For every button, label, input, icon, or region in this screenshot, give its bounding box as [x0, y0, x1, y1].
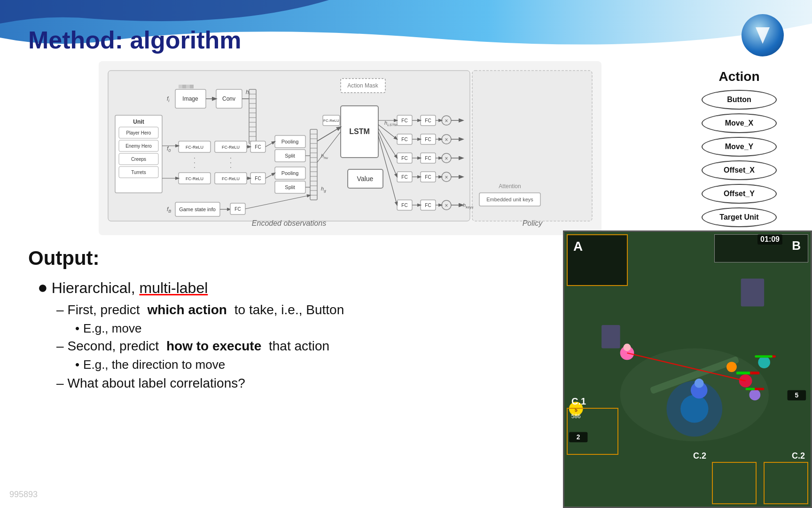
svg-text:Game state info: Game state info [179, 206, 216, 212]
sub-sub-item-1: E.g., move [75, 321, 414, 336]
svg-text:FC: FC [425, 137, 431, 142]
output-section: Output: ● Hierarchical, multi-label Firs… [28, 247, 414, 391]
svg-text:Action Mask: Action Mask [347, 82, 378, 89]
svg-rect-16 [179, 85, 182, 88]
svg-text:FC-ReLU: FC-ReLU [186, 145, 203, 150]
svg-text:Split: Split [285, 184, 295, 190]
svg-text:Image: Image [182, 95, 198, 102]
svg-text:×: × [445, 118, 448, 124]
panel-c1-label: C.1 [571, 396, 586, 407]
svg-text:Turrets: Turrets [131, 170, 146, 175]
watermark: 995893 [9, 490, 38, 500]
svg-rect-167 [601, 325, 620, 348]
diagram-container: Encoded observations Policy Unit Player … [99, 61, 601, 235]
svg-text:×: × [445, 155, 448, 162]
output-button: Button [702, 90, 777, 110]
svg-text:×: × [445, 174, 448, 181]
svg-text:FC: FC [425, 203, 431, 208]
svg-text:FC: FC [255, 144, 261, 150]
svg-point-174 [749, 389, 760, 401]
output-move-y: Move_Y [702, 137, 777, 157]
svg-rect-183 [755, 355, 773, 357]
sub-sub-text-2: E.g., the direction to move [83, 357, 225, 372]
svg-text:·: · [194, 163, 195, 171]
panel-c3 [712, 462, 757, 504]
svg-text:FC: FC [401, 137, 407, 142]
svg-text:Unit: Unit [133, 119, 144, 125]
label-correlation-item: What about label correlations? [56, 376, 414, 391]
svg-text:Creeps: Creeps [131, 157, 146, 162]
svg-text:Value: Value [357, 175, 374, 183]
svg-point-170 [624, 344, 631, 351]
svg-point-172 [695, 379, 704, 388]
svg-point-176 [726, 362, 737, 372]
bullet-main-1: ● Hierarchical, multi-label [38, 279, 414, 297]
action-section: Action Button Move_X Move_Y Offset_X Off… [695, 61, 784, 235]
svg-rect-179 [736, 372, 750, 374]
svg-text:·: · [230, 163, 232, 171]
svg-point-166 [680, 395, 708, 422]
svg-rect-168 [741, 278, 764, 306]
svg-text:Encoded observations: Encoded observations [252, 219, 326, 227]
output-offset-y: Offset_Y [702, 184, 777, 204]
svg-text:LSTM: LSTM [349, 127, 370, 135]
svg-text:×: × [445, 136, 448, 143]
svg-text:Player Hero: Player Hero [126, 130, 151, 135]
svg-text:FC: FC [401, 118, 407, 123]
panel-c3-label: C.2 [693, 451, 706, 461]
output-title: Output: [28, 247, 414, 270]
sub-item-2: Second, predict how to execute that acti… [56, 339, 414, 354]
logo-circle [742, 14, 784, 56]
svg-text:FC: FC [425, 156, 431, 161]
svg-text:FC: FC [401, 203, 407, 208]
bullet-dot: ● [38, 279, 48, 296]
panel-c1 [567, 408, 618, 455]
action-label: Action [718, 69, 759, 84]
svg-text:FC-ReLU: FC-ReLU [222, 176, 240, 181]
svg-text:Split: Split [285, 153, 295, 159]
svg-point-175 [758, 356, 770, 368]
svg-point-173 [739, 374, 752, 388]
algorithm-diagram: Encoded observations Policy Unit Player … [106, 68, 594, 228]
svg-text:Pooling: Pooling [281, 139, 299, 144]
svg-text:×: × [445, 202, 448, 209]
panel-a: A [567, 234, 628, 286]
output-target-unit: Target Unit [702, 207, 777, 227]
slide-title: Method: algorithm [28, 26, 242, 54]
svg-text:Conv: Conv [222, 95, 235, 102]
svg-rect-18 [186, 85, 190, 88]
svg-rect-19 [190, 85, 194, 88]
sub-item-1: First, predict which action to take, i.e… [56, 302, 414, 318]
svg-text:FC-ReLU: FC-ReLU [186, 176, 203, 181]
svg-text:Enemy Hero: Enemy Hero [125, 143, 152, 149]
svg-rect-17 [182, 85, 186, 88]
svg-rect-181 [746, 388, 755, 390]
panel-a-label: A [573, 239, 583, 254]
svg-text:FC-ReLU: FC-ReLU [222, 145, 240, 150]
svg-text:Policy: Policy [523, 219, 543, 227]
game-timer: 01:09 [757, 234, 782, 245]
svg-text:FC-ReLU: FC-ReLU [323, 119, 339, 123]
label-corr-text: What about label correlations? [68, 376, 245, 391]
game-screenshot: 5 2 $ 586 A B C.1 C.2 C.2 01:09 [563, 230, 812, 508]
sub-sub-item-2: E.g., the direction to move [75, 357, 414, 372]
bullet-text-1: Hierarchical, multi-label [52, 279, 208, 297]
svg-text:FC: FC [425, 175, 431, 180]
svg-text:FC: FC [234, 206, 241, 212]
svg-text:5: 5 [795, 391, 798, 399]
output-move-x: Move_X [702, 113, 777, 133]
svg-text:Embedded unit keys: Embedded unit keys [486, 197, 533, 202]
game-inner: 5 2 $ 586 A B C.1 C.2 C.2 01:09 [564, 232, 811, 507]
panel-c2-label: C.2 [792, 451, 805, 461]
panel-b-label: B [792, 238, 801, 253]
svg-text:FC: FC [255, 176, 261, 181]
svg-text:FC: FC [401, 175, 407, 180]
output-offset-x: Offset_X [702, 160, 777, 180]
svg-text:Pooling: Pooling [281, 170, 299, 176]
svg-text:FC: FC [401, 156, 407, 161]
panel-c2 [764, 462, 808, 504]
svg-text:FC: FC [425, 118, 431, 123]
svg-text:Attention: Attention [499, 183, 521, 190]
sub-sub-text-1: E.g., move [83, 321, 141, 336]
